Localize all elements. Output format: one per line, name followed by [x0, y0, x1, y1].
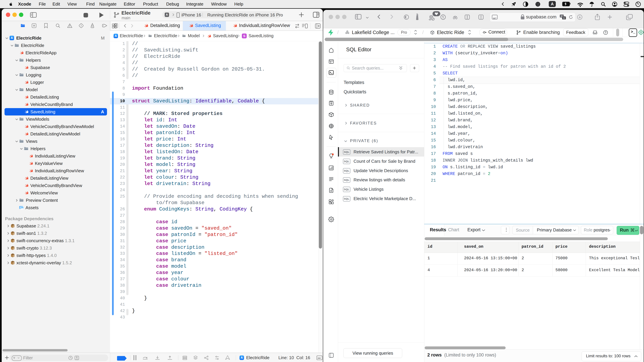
svg-text:文: 文	[563, 17, 565, 19]
